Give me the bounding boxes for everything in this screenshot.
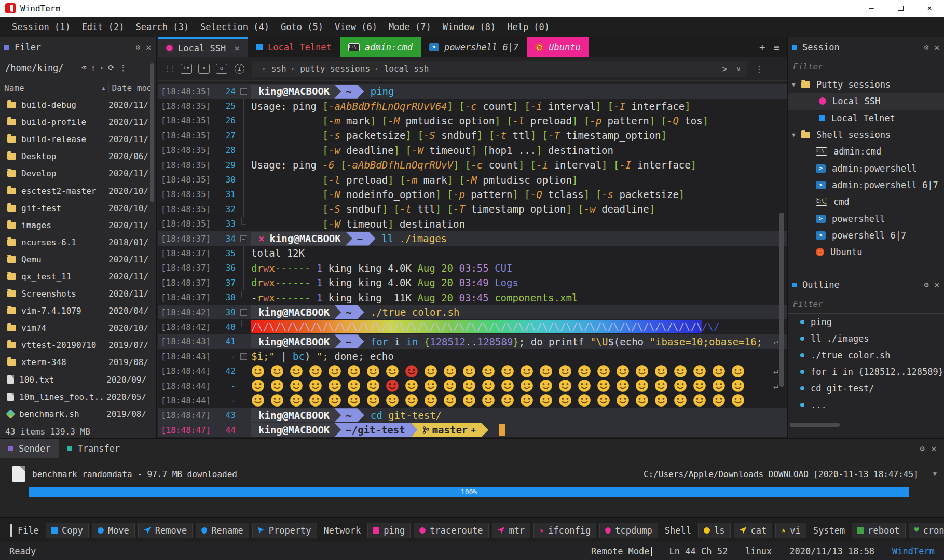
close-tab-icon[interactable]: ×	[198, 64, 210, 74]
chevron-down-icon[interactable]: ▼	[792, 81, 801, 88]
file-row[interactable]: vim742020/10/	[0, 319, 156, 337]
fold-column[interactable]	[236, 408, 251, 423]
file-row[interactable]: 10m_lines_foo.t..2020/05/	[0, 388, 156, 405]
tab-close-icon[interactable]: ×	[234, 43, 240, 53]
drawer-icon[interactable]	[10, 524, 12, 537]
toolbar-button-vi[interactable]: ★vi	[775, 523, 806, 538]
fold-column[interactable]	[236, 363, 251, 378]
fold-column[interactable]	[236, 246, 251, 260]
session-item[interactable]: >powershell	[788, 210, 944, 227]
line-number[interactable]: 36	[212, 263, 236, 273]
session-close-icon[interactable]: ×	[934, 43, 940, 52]
fold-column[interactable]	[236, 202, 251, 216]
add-tab-icon[interactable]: +	[759, 41, 765, 53]
toolbar-button-traceroute[interactable]: traceroute	[414, 523, 488, 538]
tab-admin-cmd[interactable]: C:\_admin:cmd	[340, 37, 421, 57]
line-number[interactable]: 27	[212, 131, 236, 141]
toolbar-drag-handle[interactable]: ⋮⋮	[164, 65, 174, 73]
fold-column[interactable]	[236, 393, 251, 408]
minimize-button[interactable]: —	[857, 0, 886, 17]
file-row[interactable]: Screenshots2020/11/	[0, 285, 156, 302]
maximize-button[interactable]	[886, 0, 915, 17]
status-os[interactable]: linux	[745, 546, 772, 556]
fold-column[interactable]	[236, 334, 251, 349]
file-row[interactable]: benchmark.sh2019/08/	[0, 405, 156, 423]
line-number[interactable]: 26	[212, 116, 236, 125]
toolbar-button-mtr[interactable]: mtr	[492, 523, 531, 538]
line-number[interactable]: 44	[212, 425, 236, 435]
fold-column[interactable]	[236, 319, 251, 334]
fold-toggle-icon[interactable]: –	[240, 88, 247, 95]
fold-column[interactable]	[236, 187, 251, 202]
fold-column[interactable]	[236, 217, 251, 231]
line-number[interactable]: 29	[212, 160, 236, 170]
terminal-menu-icon[interactable]: ⋮	[755, 64, 763, 74]
menu-item-session[interactable]: Session (1)	[6, 17, 76, 37]
filer-menu-icon[interactable]: ⋮	[119, 63, 127, 73]
fold-column[interactable]	[236, 114, 251, 128]
breadcrumb-item[interactable]: local ssh	[384, 64, 429, 74]
line-number[interactable]: 43	[212, 410, 236, 420]
line-number[interactable]: 25	[212, 101, 236, 111]
line-number[interactable]: 28	[212, 145, 236, 155]
file-row[interactable]: build-release2020/11/	[0, 131, 156, 148]
fold-column[interactable]	[236, 99, 251, 113]
line-number[interactable]: -	[212, 352, 236, 361]
session-item[interactable]: C:\_admin:cmd	[788, 143, 944, 160]
toolbar-button-rename[interactable]: Rename	[196, 523, 249, 538]
line-number[interactable]: 37	[212, 278, 236, 288]
toolbar-button-remove[interactable]: Remove	[138, 523, 193, 538]
menu-item-window[interactable]: Window (8)	[437, 17, 501, 37]
outline-item[interactable]: ll ./images	[788, 330, 944, 347]
outline-horizontal-scrollbar[interactable]	[790, 423, 840, 427]
tab-local-ssh[interactable]: Local SSH×	[158, 37, 248, 57]
fold-column[interactable]	[236, 379, 251, 393]
line-number[interactable]: 31	[212, 189, 236, 199]
file-row[interactable]: 100.txt2020/09/	[0, 371, 156, 388]
column-header-date[interactable]: Date mod	[108, 83, 156, 93]
fold-column[interactable]	[236, 290, 251, 304]
filer-close-icon[interactable]: ×	[146, 43, 152, 52]
session-group[interactable]: ▼Putty sessions	[788, 76, 944, 93]
fold-column[interactable]	[236, 172, 251, 187]
fold-toggle-icon[interactable]: –	[240, 353, 247, 360]
toolbar-button-ifconfig[interactable]: ★ifconfig	[533, 523, 596, 538]
toolbar-button-move[interactable]: Move	[92, 523, 135, 538]
transfer-expand-icon[interactable]: ▼	[933, 470, 937, 478]
transfer-settings-icon[interactable]: ⚙	[920, 444, 925, 453]
line-number[interactable]: 41	[212, 337, 236, 346]
fold-column[interactable]: –	[236, 349, 251, 363]
new-tab-icon[interactable]: +▾	[181, 64, 192, 74]
toolbar-button-reboot[interactable]: reboot	[852, 523, 905, 538]
fold-column[interactable]: –	[236, 84, 251, 99]
session-item[interactable]: Ubuntu	[788, 244, 944, 260]
session-item[interactable]: Local SSH	[788, 93, 944, 109]
breadcrumb-item[interactable]: putty sessions	[300, 64, 370, 74]
tab-ubuntu[interactable]: Ubuntu	[527, 37, 589, 57]
file-row[interactable]: xterm-3482019/08/	[0, 354, 156, 371]
fold-column[interactable]	[236, 143, 251, 158]
line-number[interactable]: 24	[212, 87, 236, 96]
clone-tab-icon[interactable]: o	[216, 64, 227, 74]
tab-powershell-6-7[interactable]: >powershell 6|7	[421, 37, 527, 57]
breadcrumb-dropdown-icon[interactable]: ∨	[736, 65, 741, 73]
terminal-output[interactable]: [18:48:35]24–king@MACBOOK~ping[18:48:35]…	[158, 81, 787, 438]
menu-item-help[interactable]: Help (0)	[501, 17, 555, 37]
outline-item[interactable]: for i in {128512..128589}	[788, 363, 944, 380]
session-filter-input[interactable]: Filter	[788, 57, 944, 76]
line-number[interactable]: 40	[212, 322, 236, 332]
toolbar-button-copy[interactable]: Copy	[46, 523, 89, 538]
tab-local-telnet[interactable]: Local Telnet	[248, 37, 340, 57]
line-number[interactable]: 32	[212, 204, 236, 214]
menu-item-search[interactable]: Search (3)	[130, 17, 195, 37]
toolbar-button-crontab[interactable]: ♥crontab	[909, 523, 944, 538]
toolbar-button-ping[interactable]: ping	[367, 523, 411, 538]
menu-item-goto[interactable]: Goto (5)	[275, 17, 329, 37]
file-row[interactable]: build-profile2020/11/	[0, 114, 156, 131]
fold-column[interactable]	[236, 128, 251, 143]
file-row[interactable]: build-debug2020/11/	[0, 96, 156, 114]
up-dropdown-icon[interactable]: ▾	[100, 65, 103, 71]
line-number[interactable]: 35	[212, 248, 236, 258]
outline-item[interactable]: ./true_color.sh	[788, 347, 944, 363]
file-row[interactable]: esctest2-master2020/10/	[0, 182, 156, 199]
